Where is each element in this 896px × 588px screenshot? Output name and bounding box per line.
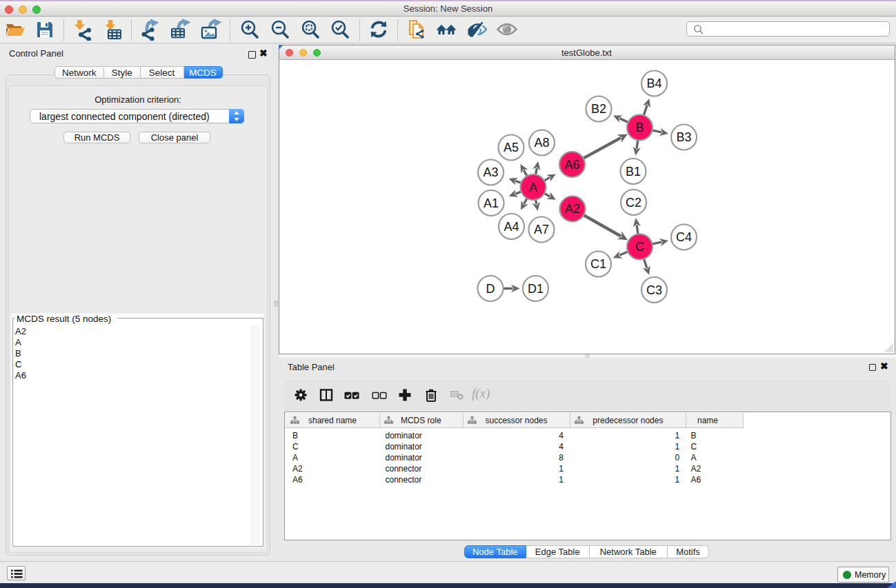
svg-text:A2: A2 <box>564 202 579 216</box>
svg-text:D: D <box>486 281 495 295</box>
svg-text:A4: A4 <box>504 219 519 233</box>
svg-text:B: B <box>635 121 644 134</box>
svg-text:A5: A5 <box>503 141 518 154</box>
svg-text:B3: B3 <box>676 130 691 144</box>
svg-text:A7: A7 <box>533 223 548 236</box>
svg-text:A6: A6 <box>564 157 579 171</box>
svg-text:A: A <box>528 180 537 194</box>
svg-text:C2: C2 <box>625 195 641 209</box>
svg-text:B2: B2 <box>590 102 606 116</box>
svg-text:D1: D1 <box>527 281 543 295</box>
svg-text:A3: A3 <box>483 165 498 179</box>
svg-text:C4: C4 <box>675 230 691 244</box>
svg-text:A8: A8 <box>534 136 549 150</box>
svg-text:C3: C3 <box>646 283 661 296</box>
svg-text:A1: A1 <box>483 196 498 210</box>
svg-text:B1: B1 <box>625 164 640 178</box>
svg-text:C: C <box>635 240 644 254</box>
svg-text:B4: B4 <box>646 77 661 90</box>
svg-text:C1: C1 <box>590 257 606 271</box>
